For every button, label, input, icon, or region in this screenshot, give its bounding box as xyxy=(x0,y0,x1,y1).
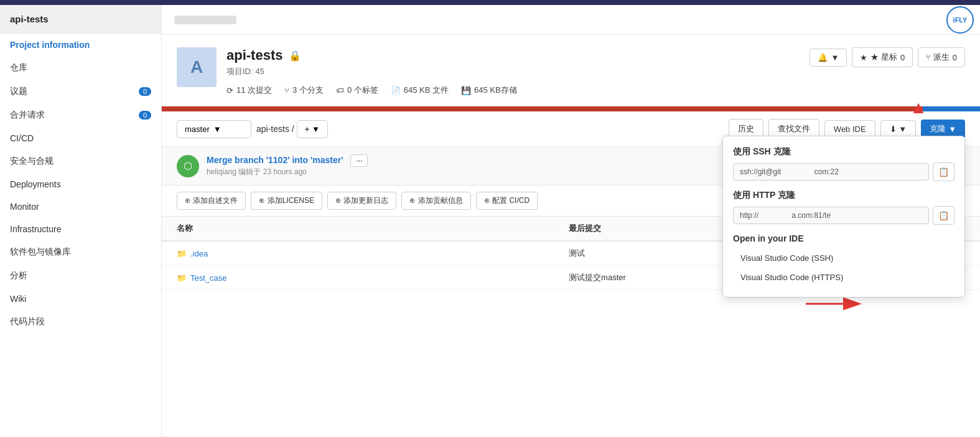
file-name-cell: 📁 Test_case xyxy=(162,266,554,290)
chevron-down-icon: ▼ xyxy=(312,125,320,134)
sidebar-item-analytics[interactable]: 分析 xyxy=(0,264,161,288)
project-actions: 🔔 ▼ ★ ★ 星标 0 ⑂ 派生 0 xyxy=(810,47,965,67)
stat-commits: ⟳ 11 次提交 xyxy=(226,85,272,96)
ssh-clone-title: 使用 SSH 克隆 xyxy=(733,146,954,157)
folder-icon: 📁 xyxy=(177,273,187,283)
star-button[interactable]: ★ ★ 星标 0 xyxy=(852,47,913,67)
ide-option-0[interactable]: Visual Studio Code (SSH) xyxy=(733,248,954,268)
ssh-url-input[interactable] xyxy=(733,163,929,181)
commit-info: Merge branch '1102' into 'master' ··· he… xyxy=(207,154,368,177)
folder-icon: 📁 xyxy=(177,249,187,258)
http-url-row: 📋 xyxy=(733,206,954,225)
chevron-down-icon: ▼ xyxy=(213,125,222,134)
project-header: A api-tests 🔒 项目ID: 45 ⟳ 11 次提交 ⑂ 3 个分支 xyxy=(162,35,980,106)
sidebar-item-label: CI/CD xyxy=(10,133,34,143)
sidebar-item-label: 软件包与镜像库 xyxy=(10,247,71,258)
branch-name: master xyxy=(185,125,210,134)
arrow-annotation: ▲ xyxy=(910,99,927,116)
sidebar-item-label: 分析 xyxy=(10,270,27,281)
sidebar-item-wiki[interactable]: Wiki xyxy=(0,288,161,310)
user-avatar-placeholder xyxy=(174,16,236,24)
sidebar-item-security[interactable]: 安全与合规 xyxy=(0,149,161,173)
project-name: api-tests xyxy=(226,47,282,63)
ide-title: Open in your IDE xyxy=(733,233,954,243)
clone-dropdown: ▲ 使用 SSH 克隆 📋 使用 HTTP 克隆 📋 Open in your … xyxy=(722,136,965,298)
download-icon: ⬇ xyxy=(890,125,897,134)
lock-icon: 🔒 xyxy=(289,50,301,62)
sidebar-item-label: Deployments xyxy=(10,179,61,189)
sidebar-item-repo[interactable]: 仓库 xyxy=(0,56,161,80)
files-icon: 📄 xyxy=(391,86,401,95)
col-name: 名称 xyxy=(162,217,554,241)
star-label: ★ 星标 xyxy=(870,52,897,63)
path-breadcrumb: api-tests / + ▼ xyxy=(256,120,328,138)
commit-message[interactable]: Merge branch '1102' into 'master' ··· xyxy=(207,154,368,167)
quick-action-2[interactable]: ⊕ 添加更新日志 xyxy=(327,192,396,210)
sidebar-item-label: 合并请求 xyxy=(10,110,45,121)
sidebar-item-label: 议题 xyxy=(10,86,27,97)
commits-icon: ⟳ xyxy=(226,86,233,95)
commit-meta: heliqiang 编辑于 23 hours ago xyxy=(207,167,368,177)
http-copy-button[interactable]: 📋 xyxy=(933,206,954,225)
file-link[interactable]: 📁 .idea xyxy=(177,249,539,258)
notify-button[interactable]: 🔔 ▼ xyxy=(810,49,847,67)
sidebar-item-label: Infrastructure xyxy=(10,224,61,234)
plus-icon: + xyxy=(305,125,310,134)
sidebar-item-label: Monitor xyxy=(10,202,39,212)
add-file-button[interactable]: + ▼ xyxy=(297,120,328,138)
project-stats: ⟳ 11 次提交 ⑂ 3 个分支 🏷 0 个标签 📄 645 KB 文件 xyxy=(226,85,800,96)
file-link[interactable]: 📁 Test_case xyxy=(177,273,539,283)
fork-button[interactable]: ⑂ 派生 0 xyxy=(918,47,965,67)
main-content: A api-tests 🔒 项目ID: 45 ⟳ 11 次提交 ⑂ 3 个分支 xyxy=(162,5,980,437)
quick-action-4[interactable]: ⊕ 配置 CI/CD xyxy=(476,192,538,210)
stat-branches: ⑂ 3 个分支 xyxy=(284,85,324,96)
clone-label: 克隆 xyxy=(930,123,946,134)
commit-avatar: ⬡ xyxy=(177,155,199,177)
http-url-input[interactable] xyxy=(733,207,929,224)
chevron-down-icon: ▼ xyxy=(898,125,907,134)
storage-icon: 💾 xyxy=(461,86,471,95)
ide-option-1[interactable]: Visual Studio Code (HTTPS) xyxy=(733,268,954,287)
badge-issues: 0 xyxy=(139,87,151,96)
sidebar-item-infra[interactable]: Infrastructure xyxy=(0,218,161,240)
top-user-bar xyxy=(162,5,980,35)
sidebar-item-label: Project information xyxy=(10,40,90,50)
progress-fill xyxy=(162,106,980,111)
breadcrumb-path: api-tests / xyxy=(256,124,294,134)
star-count: 0 xyxy=(900,53,905,62)
fork-label: ⑂ 派生 xyxy=(926,52,950,63)
ifly-logo[interactable]: iFLY xyxy=(946,6,974,34)
sidebar-item-project-info[interactable]: Project information xyxy=(0,34,161,56)
quick-action-0[interactable]: ⊕ 添加自述文件 xyxy=(177,192,246,210)
project-id: 项目ID: 45 xyxy=(226,66,800,77)
sidebar-project-title[interactable]: api-tests xyxy=(0,5,161,34)
bell-icon: 🔔 xyxy=(818,53,828,62)
commit-more-button[interactable]: ··· xyxy=(350,154,368,167)
sidebar-item-packages[interactable]: 软件包与镜像库 xyxy=(0,240,161,264)
stat-files: 📄 645 KB 文件 xyxy=(391,85,449,96)
star-icon: ★ xyxy=(860,53,867,62)
ide-section: Open in your IDE Visual Studio Code (SSH… xyxy=(733,233,954,287)
commits-count: 11 次提交 xyxy=(236,85,272,96)
ssh-url-row: 📋 xyxy=(733,162,954,181)
project-name-row: api-tests 🔒 xyxy=(226,47,800,63)
project-info: api-tests 🔒 项目ID: 45 ⟳ 11 次提交 ⑂ 3 个分支 🏷 xyxy=(226,47,800,96)
sidebar-item-issues[interactable]: 议题0 xyxy=(0,80,161,103)
branches-icon: ⑂ xyxy=(284,86,289,95)
sidebar-item-monitor[interactable]: Monitor xyxy=(0,195,161,218)
file-name-text: .idea xyxy=(190,249,208,258)
storage-size: 645 KB存储 xyxy=(474,85,517,96)
sidebar-item-label: 仓库 xyxy=(10,62,27,73)
sidebar-item-snippets[interactable]: 代码片段 xyxy=(0,310,161,334)
branch-selector[interactable]: master ▼ xyxy=(177,120,251,138)
sidebar-item-cicd[interactable]: CI/CD xyxy=(0,127,161,149)
ssh-copy-button[interactable]: 📋 xyxy=(933,162,954,181)
language-progress-bar xyxy=(162,106,980,111)
chevron-down-icon: ▼ xyxy=(831,53,839,62)
quick-action-1[interactable]: ⊕ 添加LICENSE xyxy=(251,192,322,210)
quick-action-3[interactable]: ⊕ 添加贡献信息 xyxy=(401,192,470,210)
sidebar-item-merge-requests[interactable]: 合并请求0 xyxy=(0,103,161,127)
tags-count: 0 个标签 xyxy=(347,85,378,96)
stat-tags: 🏷 0 个标签 xyxy=(336,85,378,96)
sidebar-item-deployments[interactable]: Deployments xyxy=(0,173,161,195)
